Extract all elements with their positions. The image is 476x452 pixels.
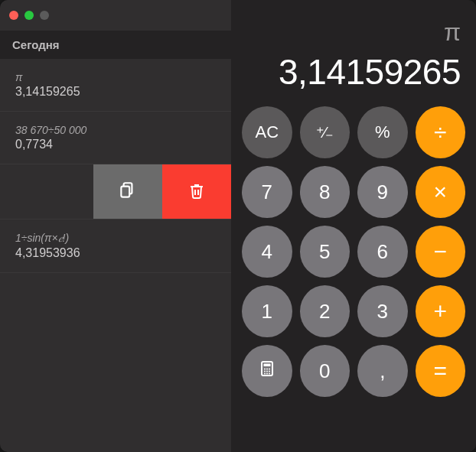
svg-point-6 [269,368,270,369]
history-sidebar: Сегодня π 3,14159265 38 670÷50 000 0,773… [0,0,231,452]
history-today-header: Сегодня [0,31,231,59]
history-list: π 3,14159265 38 670÷50 000 0,7734 [0,59,231,452]
history-item-swiped [0,164,231,219]
svg-rect-1 [121,186,129,197]
key-plus[interactable]: + [416,285,466,337]
calculator-window: Сегодня π 3,14159265 38 670÷50 000 0,773… [0,0,476,452]
svg-point-12 [269,372,270,374]
history-item[interactable]: π 3,14159265 [0,59,231,112]
keypad: AC ⁺∕₋ % ÷ 7 8 9 × 4 5 6 − 1 2 3 + [242,106,465,397]
history-expression: 38 670÷50 000 [15,124,216,136]
history-item[interactable]: 38 670÷50 000 0,7734 [0,112,231,164]
calculator-panel: π 3,14159265 AC ⁺∕₋ % ÷ 7 8 9 × 4 5 6 − … [231,0,476,452]
plusminus-icon: ⁺∕₋ [316,123,333,141]
history-expression: π [15,71,216,83]
key-1[interactable]: 1 [242,285,292,337]
key-7[interactable]: 7 [242,166,292,218]
key-percent[interactable]: % [357,106,408,158]
window-titlebar [0,0,231,31]
key-9[interactable]: 9 [357,166,408,218]
key-divide[interactable]: ÷ [416,106,466,158]
key-decimal[interactable]: , [357,345,408,397]
key-8[interactable]: 8 [300,166,350,218]
key-5[interactable]: 5 [300,226,350,278]
key-4[interactable]: 4 [242,226,292,278]
copy-icon [118,180,138,203]
display: π 3,14159265 [242,9,465,100]
key-2[interactable]: 2 [300,285,350,337]
key-minus[interactable]: − [416,226,466,278]
svg-point-10 [264,372,266,374]
key-3[interactable]: 3 [357,285,408,337]
key-0[interactable]: 0 [300,345,350,397]
display-mode: π [246,18,461,47]
svg-point-8 [266,370,268,372]
key-multiply[interactable]: × [416,166,466,218]
key-sign[interactable]: ⁺∕₋ [300,106,350,158]
history-expression: 1÷sin(π×𝑒!) [15,232,216,245]
trash-icon [187,181,206,203]
history-delete-button[interactable] [162,164,231,219]
history-copy-button[interactable] [93,164,162,219]
key-calculator-mode[interactable] [242,345,292,397]
svg-point-9 [269,370,270,372]
svg-point-11 [266,372,268,374]
svg-point-5 [266,368,268,369]
key-ac[interactable]: AC [242,106,292,158]
key-equals[interactable]: = [416,345,466,397]
history-result: 4,31953936 [15,246,216,260]
svg-point-4 [264,368,266,369]
close-window-button[interactable] [9,11,18,20]
calculator-icon [258,359,276,383]
minimize-window-button[interactable] [24,11,34,20]
key-6[interactable]: 6 [357,226,408,278]
history-item[interactable]: 1÷sin(π×𝑒!) 4,31953936 [0,219,231,273]
svg-point-7 [264,370,266,372]
svg-rect-3 [263,363,270,366]
history-result: 3,14159265 [15,85,216,99]
maximize-window-button[interactable] [40,11,49,20]
display-value: 3,14159265 [246,51,461,93]
history-result: 0,7734 [15,138,216,151]
